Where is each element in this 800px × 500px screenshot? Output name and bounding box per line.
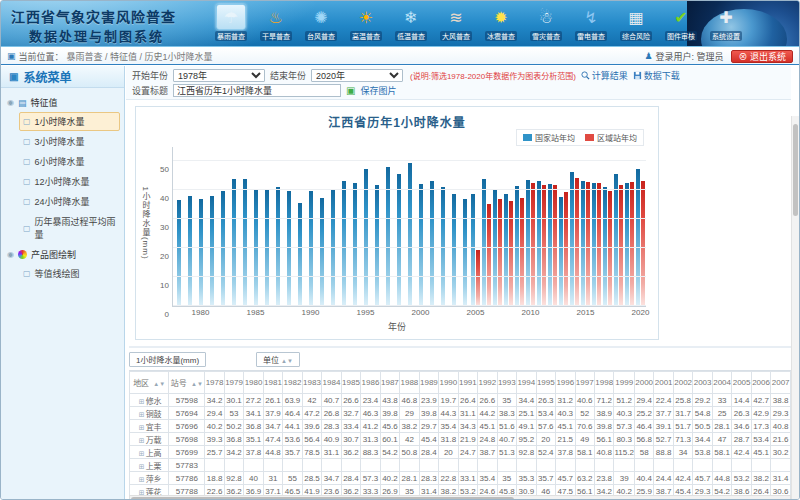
- bar-group-2001: [426, 147, 437, 306]
- expand-row-icon[interactable]: ⊞: [139, 424, 145, 431]
- table-row[interactable]: ⊞上栗57783: [130, 459, 791, 472]
- column-header-2003[interactable]: 2003: [693, 372, 712, 394]
- start-year-select[interactable]: 1978年: [173, 69, 265, 82]
- toolbar-item-composite[interactable]: ▦综合风险: [618, 4, 654, 46]
- save-image-button[interactable]: 保存图片: [360, 84, 396, 97]
- sidebar-item-0-5[interactable]: ▢历年暴雨过程平均雨量: [19, 212, 120, 244]
- expand-row-icon[interactable]: ⊞: [139, 398, 145, 405]
- toolbar-item-review[interactable]: ✔图件审核: [663, 4, 699, 46]
- toolbar-item-rainstorm[interactable]: ☂暴雨普查: [213, 4, 249, 46]
- breadcrumb[interactable]: 暴雨普查 / 特征值 / 历史1小时降水量: [67, 50, 213, 63]
- expand-row-icon[interactable]: ⊞: [139, 450, 145, 457]
- column-header-1996[interactable]: 1996: [556, 372, 575, 394]
- sort-button[interactable]: 单位▲▼: [256, 352, 300, 367]
- column-header-2002[interactable]: 2002: [673, 372, 692, 394]
- column-header-1981[interactable]: 1981: [263, 372, 282, 394]
- column-header-station[interactable]: 站号 ▲▼: [169, 372, 205, 394]
- logout-button[interactable]: ⊗ 退出系统: [731, 50, 793, 63]
- toolbar-item-hail[interactable]: ✹冰雹普查: [483, 4, 519, 46]
- sidebar-item-0-1[interactable]: ▢3小时降水量: [19, 132, 120, 151]
- column-header-2006[interactable]: 2006: [751, 372, 770, 394]
- column-header-1983[interactable]: 1983: [302, 372, 321, 394]
- toolbar-item-typhoon[interactable]: ✺台风普查: [303, 4, 339, 46]
- column-header-1998[interactable]: 1998: [595, 372, 614, 394]
- table-row[interactable]: ⊞上高5769925.734.237.844.835.778.531.136.2…: [130, 446, 791, 459]
- column-header-2000[interactable]: 2000: [634, 372, 653, 394]
- toolbar-item-settings[interactable]: ✚系统设置: [708, 4, 744, 46]
- tree-parent-0[interactable]: ◉▤特征值: [5, 94, 120, 111]
- column-header-1987[interactable]: 1987: [380, 372, 399, 394]
- start-year-label: 开始年份: [132, 69, 168, 82]
- column-header-1979[interactable]: 1979: [224, 372, 243, 394]
- data-table-wrap[interactable]: 地区 ▲▼站号 ▲▼197819791980198119821983198419…: [129, 370, 791, 500]
- toolbar-item-lowtemp[interactable]: ❄低温普查: [393, 4, 429, 46]
- cell-value: 58: [634, 446, 653, 459]
- expand-row-icon[interactable]: ⊞: [139, 476, 145, 483]
- cell-value: 22.4: [654, 394, 673, 407]
- column-header-1993[interactable]: 1993: [497, 372, 516, 394]
- expand-row-icon[interactable]: ⊞: [139, 463, 145, 470]
- chart-title-input[interactable]: [173, 84, 341, 97]
- column-header-1989[interactable]: 1989: [419, 372, 438, 394]
- cell-value: 80.3: [614, 433, 634, 446]
- column-header-1978[interactable]: 1978: [205, 372, 224, 394]
- expand-row-icon[interactable]: ⊞: [139, 437, 145, 444]
- cell-value: [205, 459, 224, 472]
- download-button[interactable]: 数据下载: [633, 69, 680, 82]
- column-header-1985[interactable]: 1985: [341, 372, 360, 394]
- table-row[interactable]: ⊞万载5769839.336.835.147.453.656.440.930.7…: [130, 433, 791, 446]
- table-row[interactable]: ⊞萍乡5778618.892.840315528.534.728.457.340…: [130, 472, 791, 485]
- column-header-1984[interactable]: 1984: [322, 372, 341, 394]
- calculate-button[interactable]: 计算结果: [581, 69, 628, 82]
- table-row[interactable]: ⊞铜鼓5769429.45334.137.946.447.226.832.746…: [130, 407, 791, 420]
- toolbar-item-heat[interactable]: ☀高温普查: [348, 4, 384, 46]
- sidebar-item-0-0[interactable]: ▢1小时降水量: [19, 112, 120, 131]
- column-header-1994[interactable]: 1994: [517, 372, 536, 394]
- column-header-region[interactable]: 地区 ▲▼: [130, 372, 169, 394]
- cell-value: 45.4: [419, 433, 438, 446]
- national-bar-2019: [625, 183, 629, 306]
- column-header-1991[interactable]: 1991: [458, 372, 477, 394]
- cell-value: 22.8: [439, 472, 458, 485]
- chart-title: 江西省历年1小时降水量: [136, 113, 658, 130]
- column-header-1982[interactable]: 1982: [283, 372, 302, 394]
- vscroll-thumb[interactable]: [793, 124, 798, 216]
- column-header-1988[interactable]: 1988: [400, 372, 419, 394]
- column-header-1990[interactable]: 1990: [439, 372, 458, 394]
- unit-button[interactable]: 1小时降水量(mm): [129, 352, 206, 367]
- sidebar-tree: ◉▤特征值▢1小时降水量▢3小时降水量▢6小时降水量▢12小时降水量▢24小时降…: [1, 88, 124, 291]
- toolbar-item-drought[interactable]: ♨干旱普查: [258, 4, 294, 46]
- sidebar-item-1-0[interactable]: ▢等值线绘图: [19, 264, 120, 283]
- toolbar-item-lightning[interactable]: ↯雷电普查: [573, 4, 609, 46]
- column-header-1980[interactable]: 1980: [244, 372, 263, 394]
- vertical-scrollbar[interactable]: [791, 116, 799, 499]
- column-header-1986[interactable]: 1986: [361, 372, 380, 394]
- tree-toggle-icon[interactable]: ◉: [7, 250, 14, 259]
- sort-arrows-icon[interactable]: ▲▼: [153, 381, 165, 387]
- table-row[interactable]: ⊞修水5759834.230.127.226.163.94240.726.623…: [130, 394, 791, 407]
- expand-row-icon[interactable]: ⊞: [139, 411, 145, 418]
- x-tick-label: 2010: [522, 308, 540, 317]
- tree-toggle-icon[interactable]: ◉: [7, 98, 14, 107]
- tree-parent-1[interactable]: ◉产品图绘制: [5, 246, 120, 263]
- column-header-2005[interactable]: 2005: [732, 372, 751, 394]
- column-header-2007[interactable]: 2007: [771, 372, 791, 394]
- toolbar-item-snow[interactable]: ☃雪灾普查: [528, 4, 564, 46]
- cell-value: 35.1: [244, 433, 263, 446]
- bar-group-1989: [294, 147, 305, 306]
- sidebar-item-0-3[interactable]: ▢12小时降水量: [19, 172, 120, 191]
- sidebar-item-0-2[interactable]: ▢6小时降水量: [19, 152, 120, 171]
- column-header-1997[interactable]: 1997: [575, 372, 594, 394]
- table-row[interactable]: ⊞宜丰5769640.250.236.834.744.139.628.333.4…: [130, 420, 791, 433]
- gridline: 50: [173, 160, 646, 161]
- sidebar-item-0-4[interactable]: ▢24小时降水量: [19, 192, 120, 211]
- sort-arrows-icon[interactable]: ▲▼: [191, 381, 203, 387]
- toolbar-item-wind[interactable]: ≋大风普查: [438, 4, 474, 46]
- column-header-1999[interactable]: 1999: [614, 372, 634, 394]
- column-header-2001[interactable]: 2001: [654, 372, 673, 394]
- column-header-1995[interactable]: 1995: [536, 372, 555, 394]
- end-year-select[interactable]: 2020年: [311, 69, 403, 82]
- column-header-1992[interactable]: 1992: [478, 372, 497, 394]
- column-header-2004[interactable]: 2004: [712, 372, 731, 394]
- horizontal-scrollbar[interactable]: [129, 495, 791, 500]
